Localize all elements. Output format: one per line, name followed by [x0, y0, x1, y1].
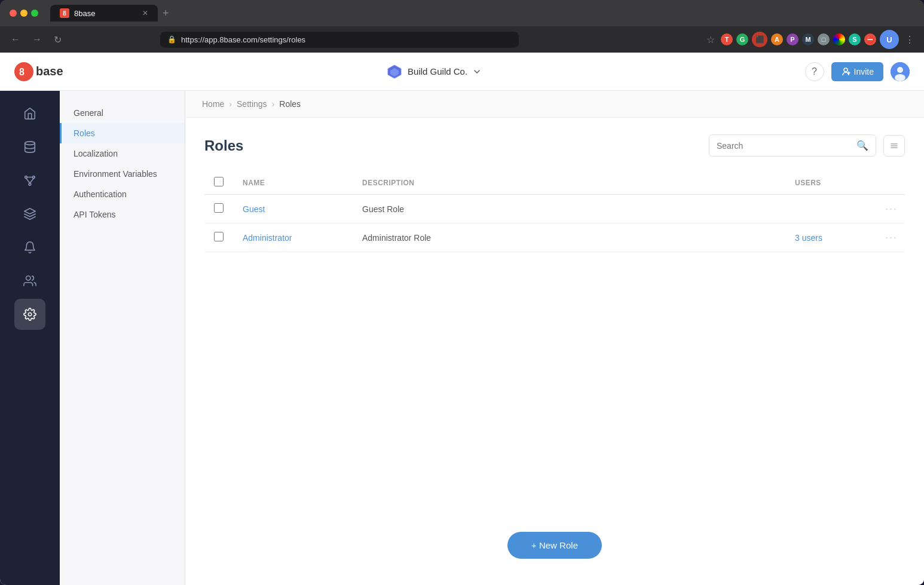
guest-description: Guest Role — [353, 195, 785, 223]
svg-point-16 — [28, 313, 32, 316]
sidebar-item-users[interactable] — [14, 265, 45, 296]
ext-o-icon[interactable]: A — [771, 33, 783, 45]
breadcrumb-current: Roles — [279, 99, 301, 109]
new-role-container: + New Role — [204, 513, 905, 568]
tab-close-button[interactable]: ✕ — [142, 9, 148, 17]
sidebar-item-database[interactable] — [14, 131, 45, 163]
minimize-window-button[interactable] — [20, 10, 27, 17]
ext-color-icon[interactable] — [833, 33, 845, 45]
logo-text: base — [36, 65, 63, 78]
roles-content: Roles 🔍 — [185, 118, 924, 585]
guest-row-actions[interactable]: ··· — [875, 195, 905, 223]
ext-s-icon[interactable]: S — [849, 33, 861, 45]
settings-nav-general[interactable]: General — [60, 103, 185, 123]
select-all-checkbox[interactable] — [214, 177, 224, 186]
sidebar-item-graph[interactable] — [14, 165, 45, 196]
admin-users[interactable]: 3 users — [785, 223, 875, 252]
maximize-window-button[interactable] — [31, 10, 38, 17]
settings-nav-localization[interactable]: Localization — [60, 143, 185, 164]
traffic-lights — [10, 10, 38, 17]
ext-m-icon[interactable]: M — [802, 33, 814, 45]
guest-users — [785, 195, 875, 223]
guest-checkbox-cell — [204, 195, 233, 223]
browser-tab-active[interactable]: 8 8base ✕ — [50, 5, 158, 22]
svg-rect-18 — [891, 145, 898, 146]
close-window-button[interactable] — [10, 10, 17, 17]
workspace-icon — [386, 63, 403, 80]
settings-nav-authentication[interactable]: Authentication — [60, 184, 185, 204]
settings-nav-roles[interactable]: Roles — [60, 123, 185, 143]
refresh-button[interactable]: ↻ — [50, 32, 65, 48]
user-avatar[interactable] — [891, 62, 910, 81]
invite-label: Invite — [854, 67, 874, 76]
admin-name[interactable]: Administrator — [233, 223, 353, 252]
browser-titlebar: 8 8base ✕ + — [0, 0, 924, 26]
svg-point-15 — [26, 276, 30, 280]
breadcrumb-settings[interactable]: Settings — [237, 99, 267, 109]
ext-t-icon[interactable]: T — [721, 33, 733, 45]
address-bar[interactable]: 🔒 https://app.8base.com/settings/roles — [160, 32, 519, 48]
workspace-name: Build Guild Co. — [408, 66, 467, 76]
tab-label: 8base — [74, 9, 95, 18]
table-header-users: USERS — [785, 171, 875, 195]
svg-line-12 — [30, 178, 33, 183]
svg-point-6 — [895, 74, 905, 81]
settings-sidebar: General Roles Localization Environment V… — [60, 91, 185, 585]
search-input[interactable] — [717, 141, 852, 151]
search-box[interactable]: 🔍 — [709, 134, 876, 157]
guest-checkbox[interactable] — [214, 203, 224, 213]
settings-nav-api-tokens[interactable]: API Tokens — [60, 204, 185, 225]
sidebar-item-settings[interactable] — [14, 299, 45, 330]
app-logo: 8 base — [14, 62, 63, 81]
header-actions: ? Invite — [805, 62, 910, 81]
svg-rect-19 — [891, 147, 898, 148]
back-button[interactable]: ← — [7, 32, 24, 47]
logo-icon: 8 — [14, 62, 33, 81]
sidebar-item-notifications[interactable] — [14, 232, 45, 263]
breadcrumb-separator-2: › — [272, 99, 275, 109]
search-icon: 🔍 — [856, 140, 868, 151]
invite-icon — [841, 67, 850, 76]
new-tab-button[interactable]: + — [163, 7, 169, 20]
url-text: https://app.8base.com/settings/roles — [181, 35, 305, 44]
content-area: Home › Settings › Roles Roles 🔍 — [185, 91, 924, 585]
chevron-down-icon — [472, 67, 482, 76]
star-icon[interactable]: ☆ — [704, 32, 717, 48]
browser-menu-button[interactable]: ⋮ — [902, 32, 917, 48]
breadcrumb-home[interactable]: Home — [202, 99, 224, 109]
table-row: Guest Guest Role ··· — [204, 195, 905, 223]
ext-g-icon[interactable]: G — [736, 33, 748, 45]
roles-table-wrapper: NAME DESCRIPTION USERS — [204, 171, 905, 513]
sidebar-item-home[interactable] — [14, 98, 45, 129]
forward-button[interactable]: → — [29, 32, 45, 47]
table-header-description: DESCRIPTION — [353, 171, 785, 195]
ext-square-icon[interactable]: □ — [818, 33, 830, 45]
workspace-selector[interactable]: Build Guild Co. — [386, 63, 482, 80]
admin-description: Administrator Role — [353, 223, 785, 252]
sidebar-item-layers[interactable] — [14, 198, 45, 229]
extra-options-button[interactable] — [883, 135, 905, 157]
admin-checkbox[interactable] — [214, 232, 224, 241]
ext-p-icon[interactable]: P — [787, 33, 798, 45]
roles-header: Roles 🔍 — [204, 134, 905, 157]
admin-row-actions[interactable]: ··· — [875, 223, 905, 252]
help-button[interactable]: ? — [805, 62, 824, 81]
table-header-actions — [875, 171, 905, 195]
invite-button[interactable]: Invite — [831, 62, 883, 81]
guest-name[interactable]: Guest — [233, 195, 353, 223]
settings-nav-environment-variables[interactable]: Environment Variables — [60, 164, 185, 184]
svg-rect-17 — [891, 143, 898, 145]
breadcrumb: Home › Settings › Roles — [185, 91, 924, 118]
page-title: Roles — [204, 137, 709, 154]
ext-red-icon[interactable]: ⬛ — [752, 32, 767, 47]
table-select-all-cell — [204, 171, 233, 195]
table-row: Administrator Administrator Role 3 users… — [204, 223, 905, 252]
user-avatar-browser[interactable]: U — [880, 30, 899, 49]
browser-toolbar: ← → ↻ 🔒 https://app.8base.com/settings/r… — [0, 26, 924, 53]
lock-icon: 🔒 — [167, 35, 176, 44]
new-role-button[interactable]: + New Role — [507, 532, 602, 559]
ext-r-icon[interactable]: ⛔ — [864, 33, 876, 45]
roles-table: NAME DESCRIPTION USERS — [204, 171, 905, 252]
app-container: 8 base Build Guild Co. ? — [0, 53, 924, 585]
table-header: NAME DESCRIPTION USERS — [204, 171, 905, 195]
